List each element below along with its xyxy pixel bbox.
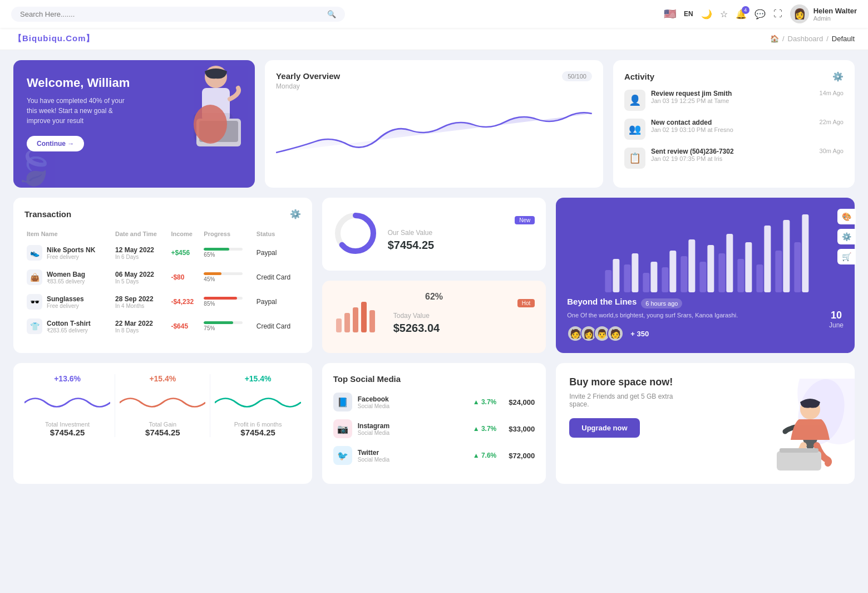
transaction-settings-icon[interactable]: ⚙️ [290,209,301,219]
home-icon[interactable]: 🏠 [770,35,779,43]
sale-info: New Our Sale Value $7454.25 [388,216,535,252]
table-row: 👕 Cotton T-shirt ₹283.65 delivery 22 Mar… [24,314,301,339]
stat-pct: +13.6% [54,374,81,383]
transaction-card: Transaction ⚙️ Item NameDate and TimeInc… [13,198,312,353]
col-header: Item Name [24,227,113,241]
stat-item: +15.4% Profit in 6 months $7454.25 [215,374,300,437]
activity-card: Activity ⚙️ 👤 Review request jim Smith J… [613,60,855,188]
today-label: Today Value [393,312,535,320]
social-change: ▲ 7.6% [473,452,497,459]
chat-icon[interactable]: 💬 [754,9,766,19]
new-badge: New [515,216,535,224]
progress-fill [204,272,221,275]
activity-text: Sent review (504)236-7302 Jan 02 19 07:3… [651,148,734,162]
item-cell: 👕 Cotton T-shirt ₹283.65 delivery [27,318,111,334]
beyond-chart [567,209,844,297]
activity-item-time: 30m Ago [820,148,844,154]
table-row: 🕶️ Sunglasses Free delivery 28 Sep 2022 … [24,290,301,314]
hot-badge: Hot [517,299,535,307]
item-sub: ₹283.65 delivery [47,327,91,334]
svg-rect-30 [765,226,771,292]
theme-toggle[interactable]: 🌙 [701,9,712,19]
social-sub: Social Media [358,430,389,436]
yearly-subtitle: Monday [276,82,340,90]
activity-list: 👤 Review request jim Smith Jan 03 19 12:… [624,90,844,169]
activity-thumb: 👥 [624,119,645,140]
activity-item-title: Sent review (504)236-7302 [651,148,734,155]
stats-divider [115,374,115,437]
beyond-cart-icon[interactable]: 🛒 [837,249,856,264]
avatar-4: 🧑 [607,325,624,342]
social-change: ▲ 3.7% [473,425,497,433]
buyspace-desc: Invite 2 Friends and get 5 GB extra spac… [569,393,680,408]
yearly-title: Yearly Overview [276,71,340,81]
item-sub: Free delivery [47,303,84,309]
welcome-illustration [166,63,249,163]
stat-val: $7454.25 [50,428,85,437]
item-date: 06 May 2022 [115,271,166,278]
activity-item-sub: Jan 02 19 03:10 PM at Fresno [651,126,733,133]
item-date: 22 Mar 2022 [115,320,166,327]
svg-rect-8 [336,318,342,332]
search-bar[interactable]: 🔍 [11,7,345,22]
svg-rect-13 [605,270,612,292]
svg-rect-25 [719,253,726,292]
activity-settings-icon[interactable]: ⚙️ [832,71,844,82]
item-period: In 4 Months [115,303,166,309]
svg-rect-29 [757,264,763,292]
table-row: 👟 Nike Sports NK Free delivery 12 May 20… [24,241,301,265]
stat-pct: +15.4% [149,374,176,383]
leaves-decoration: 🍃 [13,148,55,188]
beyond-paint-icon[interactable]: 🎨 [837,209,856,224]
svg-rect-17 [643,273,650,292]
search-icon: 🔍 [327,10,336,18]
welcome-card: 🍃 Welcome, William You have completed 40… [13,60,255,188]
search-input[interactable] [20,10,323,18]
beyond-info: Beyond the Lines 6 hours ago One Of the … [567,297,829,342]
social-sub: Social Media [358,403,389,409]
item-info: Sunglasses Free delivery [47,295,84,309]
progress-fill [204,321,233,324]
upgrade-button[interactable]: Upgrade now [569,418,639,438]
activity-title: Activity [624,72,654,81]
beyond-card: Beyond the Lines 6 hours ago One Of the … [556,198,855,353]
activity-item: 👥 New contact added Jan 02 19 03:10 PM a… [624,119,844,140]
svg-rect-11 [361,302,367,332]
svg-rect-33 [795,242,801,292]
beyond-gear-icon[interactable]: ⚙️ [837,229,856,244]
stat-pct: +15.4% [245,374,272,383]
user-info[interactable]: 👩 Helen Walter Admin [790,4,857,23]
activity-text: Review request jim Smith Jan 03 19 12:25… [651,90,732,104]
item-name: Women Bag [47,271,85,278]
progress-label: 65% [204,252,251,258]
bell-icon[interactable]: 🔔 4 [736,9,747,19]
welcome-subtitle: You have completed 40% of your this week… [27,96,127,126]
today-info: Hot Today Value $5263.04 [393,299,535,335]
breadcrumb-dashboard[interactable]: Dashboard [788,35,823,43]
expand-icon[interactable]: ⛶ [773,9,782,19]
income-cell: -$80 [169,265,201,290]
item-period: In 8 Days [115,327,166,334]
beyond-desc: One Of the world,s brightest, young surf… [567,312,829,318]
date-cell: 12 May 2022 In 6 Days [113,241,169,265]
buyspace-card: Buy more space now! Invite 2 Friends and… [556,363,855,484]
col-header: Progress [201,227,254,241]
item-date: 12 May 2022 [115,246,166,254]
svg-rect-39 [780,448,818,453]
progress-bar [204,272,243,275]
lang-label: EN [684,10,693,18]
star-icon[interactable]: ☆ [720,9,728,19]
svg-rect-22 [689,239,696,292]
stats-card: +13.6% Total Investment $7454.25 +15.4% … [13,363,312,484]
sale-amount: $7454.25 [388,239,535,252]
activity-header: Activity ⚙️ [624,71,844,82]
sale-col: 62% New Our Sale Value $7454.25 [322,198,546,353]
social-card: Top Social Media 📘 Facebook Social Media… [322,363,546,484]
item-info: Nike Sports NK Free delivery [47,246,95,260]
status-cell: Paypal [254,241,301,265]
beyond-avatars-row: 🧑 👩 👨 🧑 + 350 [567,325,829,342]
mini-line-chart [215,389,300,416]
stat-item: +15.4% Total Gain $7454.25 [120,374,205,437]
status-cell: Paypal [254,290,301,314]
item-icon: 👕 [27,318,42,334]
